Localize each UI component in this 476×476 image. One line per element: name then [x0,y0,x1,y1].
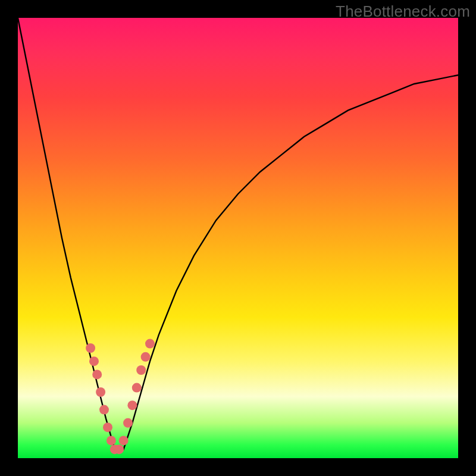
curve-marker [141,352,151,362]
bottleneck-curve [18,18,458,449]
curve-marker [114,444,124,454]
curve-marker [96,387,105,397]
curve-marker [99,405,109,415]
curve-svg [18,18,458,458]
curve-marker [119,436,129,445]
chart-frame: TheBottleneck.com [0,0,476,476]
watermark-text: TheBottleneck.com [336,2,470,21]
curve-marker [136,365,146,375]
curve-marker [145,339,155,349]
curve-marker [132,383,142,393]
curve-marker [89,356,99,366]
plot-area [18,18,458,458]
curve-marker [86,343,95,353]
curve-marker [107,436,116,445]
marker-group [86,339,155,455]
curve-marker [92,369,102,379]
curve-marker [103,422,112,432]
curve-marker [123,418,133,428]
curve-marker [127,400,137,410]
